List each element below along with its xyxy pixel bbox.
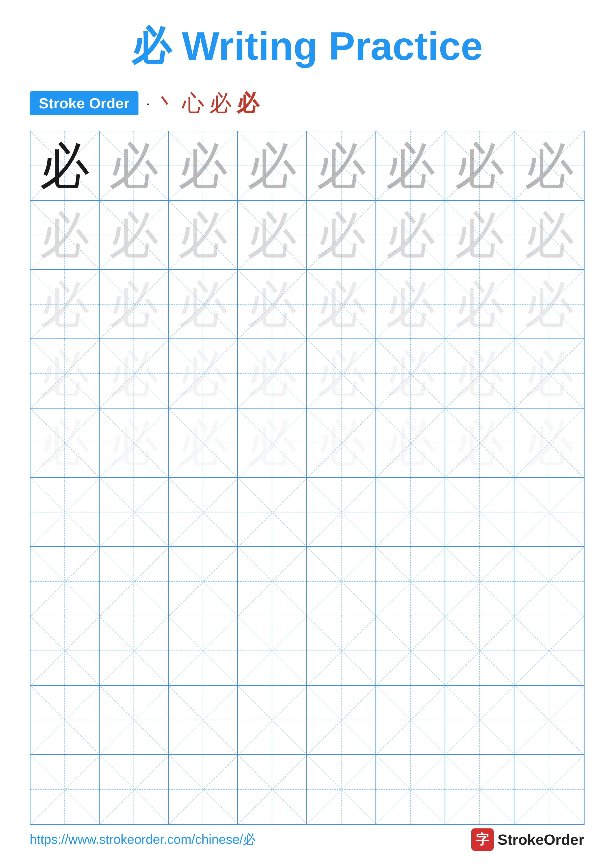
grid-cell[interactable]: 必 — [238, 270, 307, 339]
grid-cell-empty[interactable] — [169, 755, 238, 824]
grid-cell-empty[interactable] — [376, 616, 445, 686]
grid-cell-empty[interactable] — [238, 616, 307, 686]
grid-cell-empty[interactable] — [99, 616, 169, 686]
grid-cell-empty[interactable] — [99, 686, 169, 755]
grid-cell-empty[interactable] — [307, 616, 376, 686]
grid-row-8 — [31, 616, 584, 686]
grid-cell[interactable]: 必 — [307, 409, 376, 478]
svg-line-134 — [238, 686, 306, 754]
grid-cell[interactable]: 必 — [31, 201, 99, 270]
grid-cell[interactable]: 必 — [238, 132, 307, 201]
grid-cell-empty[interactable] — [307, 755, 376, 824]
grid-cell-empty[interactable] — [445, 755, 515, 824]
grid-cell[interactable]: 必 — [31, 409, 99, 478]
grid-cell-empty[interactable] — [307, 686, 376, 755]
grid-cell[interactable]: 必 — [515, 339, 583, 409]
svg-line-95 — [515, 478, 583, 546]
grid-cell-empty[interactable] — [307, 547, 376, 616]
grid-cell-empty[interactable] — [238, 686, 307, 755]
grid-cell-empty[interactable] — [515, 547, 583, 616]
footer-url-link[interactable]: https://www.strokeorder.com/chinese/必 — [30, 831, 256, 848]
grid-cell[interactable]: 必 — [376, 409, 445, 478]
grid-cell[interactable]: 必 — [99, 201, 169, 270]
grid-cell-empty[interactable] — [31, 547, 99, 616]
grid-cell[interactable]: 必 — [307, 201, 376, 270]
grid-cell-empty[interactable] — [376, 755, 445, 824]
grid-cell[interactable]: 必 — [99, 339, 169, 409]
grid-cell-empty[interactable] — [99, 755, 169, 824]
practice-char: 必 — [524, 210, 574, 260]
grid-cell[interactable]: 必 — [376, 132, 445, 201]
grid-cell[interactable]: 必 — [99, 132, 169, 201]
grid-cell-empty[interactable] — [515, 478, 583, 547]
grid-cell[interactable]: 必 — [31, 339, 99, 409]
svg-line-112 — [31, 616, 99, 685]
grid-cell-empty[interactable] — [307, 478, 376, 547]
grid-cell[interactable]: 必 — [169, 339, 238, 409]
footer-logo: 字 StrokeOrder — [471, 828, 584, 851]
grid-cell[interactable]: 必 — [515, 270, 583, 339]
practice-char: 必 — [455, 141, 504, 191]
grid-cell-empty[interactable] — [238, 755, 307, 824]
grid-cell[interactable]: 必 — [376, 270, 445, 339]
practice-char: 必 — [178, 280, 228, 329]
practice-char: 必 — [40, 349, 89, 398]
grid-cell-empty[interactable] — [515, 755, 583, 824]
grid-cell[interactable]: 必 — [169, 132, 238, 201]
grid-cell[interactable]: 必 — [307, 132, 376, 201]
grid-cell-empty[interactable] — [238, 547, 307, 616]
grid-cell-empty[interactable] — [445, 616, 515, 686]
grid-cell[interactable]: 必 — [445, 270, 515, 339]
grid-cell-empty[interactable] — [376, 547, 445, 616]
grid-cell-empty[interactable] — [99, 478, 169, 547]
grid-cell[interactable]: 必 — [169, 270, 238, 339]
grid-cell[interactable]: 必 — [169, 409, 238, 478]
grid-cell-empty[interactable] — [515, 616, 583, 686]
grid-cell-empty[interactable] — [445, 686, 515, 755]
svg-line-126 — [515, 616, 583, 685]
grid-cell-empty[interactable] — [31, 478, 99, 547]
grid-cell[interactable]: 必 — [445, 132, 515, 201]
grid-cell[interactable]: 必 — [445, 339, 515, 409]
grid-cell-empty[interactable] — [169, 616, 238, 686]
grid-cell-empty[interactable] — [31, 686, 99, 755]
grid-cell[interactable]: 必 — [99, 409, 169, 478]
grid-cell[interactable]: 必 — [99, 270, 169, 339]
grid-cell[interactable]: 必 — [307, 270, 376, 339]
svg-line-159 — [515, 755, 583, 824]
svg-line-144 — [31, 755, 99, 824]
grid-cell-empty[interactable] — [169, 686, 238, 755]
svg-line-154 — [376, 755, 445, 824]
grid-cell-empty[interactable] — [445, 547, 515, 616]
grid-cell[interactable]: 必 — [376, 339, 445, 409]
grid-cell-empty[interactable] — [169, 478, 238, 547]
grid-cell-empty[interactable] — [515, 686, 583, 755]
grid-cell-empty[interactable] — [445, 478, 515, 547]
grid-cell[interactable]: 必 — [376, 201, 445, 270]
grid-cell-empty[interactable] — [31, 616, 99, 686]
grid-cell[interactable]: 必 — [169, 201, 238, 270]
grid-cell[interactable]: 必 — [445, 409, 515, 478]
svg-line-130 — [99, 686, 168, 754]
svg-line-156 — [445, 755, 514, 824]
grid-cell[interactable]: 必 — [445, 201, 515, 270]
svg-line-80 — [31, 478, 99, 546]
grid-cell-empty[interactable] — [376, 478, 445, 547]
grid-cell[interactable]: 必 — [515, 201, 583, 270]
grid-cell[interactable]: 必 — [31, 270, 99, 339]
grid-cell[interactable]: 必 — [238, 339, 307, 409]
grid-cell-empty[interactable] — [169, 547, 238, 616]
grid-cell[interactable]: 必 — [515, 409, 583, 478]
svg-line-150 — [238, 755, 306, 824]
grid-row-5: 必 必 必 必 必 必 必 — [31, 409, 584, 478]
grid-cell[interactable]: 必 — [238, 409, 307, 478]
grid-cell-empty[interactable] — [31, 755, 99, 824]
practice-char: 必 — [40, 141, 89, 191]
grid-cell-empty[interactable] — [376, 686, 445, 755]
grid-cell[interactable]: 必 — [31, 132, 99, 201]
grid-cell-empty[interactable] — [238, 478, 307, 547]
grid-cell[interactable]: 必 — [515, 132, 583, 201]
grid-cell[interactable]: 必 — [307, 339, 376, 409]
grid-cell-empty[interactable] — [99, 547, 169, 616]
grid-cell[interactable]: 必 — [238, 201, 307, 270]
